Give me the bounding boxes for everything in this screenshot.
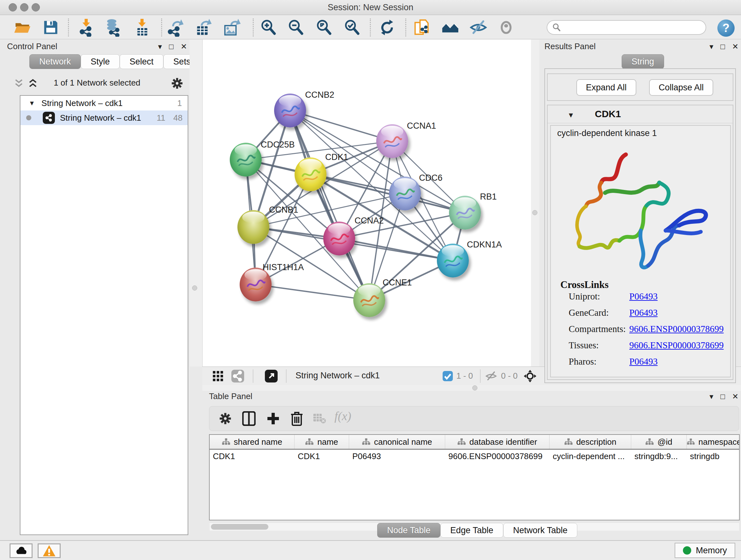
pharos-link[interactable]: P06493: [629, 356, 658, 367]
panel-close-icon[interactable]: ✕: [732, 43, 738, 51]
export-network-button[interactable]: [166, 17, 186, 37]
zoom-in-button[interactable]: [259, 17, 278, 37]
left-splitter-handle[interactable]: [192, 286, 197, 291]
table-cell[interactable]: cyclin-dependent ...: [549, 449, 631, 464]
network-node-CCNE1[interactable]: [353, 283, 385, 317]
network-collection-row[interactable]: ▼ String Network – cdk1 1: [20, 96, 188, 111]
panel-menu-icon[interactable]: ▾: [158, 43, 162, 51]
entry-collapse-icon[interactable]: ▼: [567, 111, 575, 119]
birdseye-icon[interactable]: [523, 369, 537, 383]
zoom-out-button[interactable]: [286, 17, 306, 37]
uniprot-link[interactable]: P06493: [629, 291, 658, 302]
network-canvas[interactable]: CCNB2CCNA1CDC25BCDK1CDC6RB1CCNB1CCNA2CDK…: [202, 40, 531, 367]
network-share-view-icon[interactable]: [231, 369, 245, 383]
help-button[interactable]: ?: [718, 19, 735, 37]
right-splitter[interactable]: [531, 40, 539, 385]
network-node-CCNA1[interactable]: [376, 124, 408, 158]
table-row[interactable]: CDK1CDK1P064939606.ENSP00000378699cyclin…: [210, 449, 739, 464]
column-header-description[interactable]: description: [549, 435, 631, 449]
network-row[interactable]: String Network – cdk1 11 48: [20, 111, 188, 125]
export-table-button[interactable]: [193, 17, 213, 37]
network-node-RB1[interactable]: [449, 196, 481, 230]
first-neighbors-button[interactable]: [441, 17, 460, 37]
network-node-CDK1[interactable]: [294, 158, 327, 191]
gene-entry-header[interactable]: ▼ CDK1: [548, 105, 733, 123]
tab-node-table[interactable]: Node Table: [377, 523, 441, 538]
collapse-all-button[interactable]: Collapse All: [649, 79, 713, 96]
visibility-button[interactable]: [496, 17, 516, 37]
tab-select[interactable]: Select: [120, 54, 163, 69]
memory-button[interactable]: Memory: [675, 543, 735, 558]
column-header-canonical-name[interactable]: canonical name: [349, 435, 445, 449]
clone-network-button[interactable]: [412, 17, 432, 37]
panel-float-icon[interactable]: □: [720, 43, 725, 51]
right-splitter-handle[interactable]: [532, 210, 537, 215]
hidden-eye-slash-icon[interactable]: [484, 369, 498, 383]
column-header-namespace[interactable]: namespace: [687, 435, 740, 449]
delete-trash-icon[interactable]: [288, 410, 306, 428]
detach-view-icon[interactable]: [265, 369, 278, 383]
column-header-shared-name[interactable]: shared name: [210, 435, 294, 449]
node-table[interactable]: shared namenamecanonical namedatabase id…: [209, 434, 740, 520]
tab-edge-table[interactable]: Edge Table: [441, 523, 503, 538]
tab-style[interactable]: Style: [81, 54, 120, 69]
bottom-splitter-handle[interactable]: [472, 385, 477, 390]
grid-view-icon[interactable]: [211, 369, 225, 383]
tab-string[interactable]: String: [622, 54, 664, 69]
table-cell[interactable]: stringdb: [687, 449, 740, 464]
network-node-CCNB1[interactable]: [238, 210, 269, 244]
panel-float-icon[interactable]: □: [169, 43, 174, 51]
left-splitter[interactable]: [190, 40, 202, 367]
expand-all-button[interactable]: Expand All: [576, 79, 636, 96]
function-builder-icon[interactable]: f(x): [334, 409, 351, 423]
bottom-splitter[interactable]: [202, 385, 741, 391]
network-node-CDKN1A[interactable]: [437, 244, 469, 277]
network-edge-HIST1H1A-CCNE1[interactable]: [256, 285, 369, 300]
tissues-link[interactable]: 9606.ENSP00000378699: [629, 340, 724, 351]
export-image-button[interactable]: [222, 17, 242, 37]
refresh-layout-button[interactable]: [377, 17, 397, 37]
panel-menu-icon[interactable]: ▾: [710, 43, 713, 51]
network-node-CCNB2[interactable]: [274, 94, 306, 127]
table-cell[interactable]: CDK1: [210, 449, 294, 464]
warning-button[interactable]: [38, 543, 61, 558]
panel-float-icon[interactable]: □: [720, 393, 725, 400]
panel-close-icon[interactable]: ✕: [181, 43, 187, 51]
panel-menu-icon[interactable]: ▾: [710, 393, 713, 400]
selected-checkbox-icon[interactable]: [441, 369, 455, 383]
delete-table-icon[interactable]: [311, 410, 329, 428]
network-options-gear-icon[interactable]: [171, 77, 184, 90]
panel-close-icon[interactable]: ✕: [732, 393, 738, 400]
search-input[interactable]: [561, 23, 698, 33]
network-node-CCNA2[interactable]: [323, 222, 355, 255]
column-header-database-identifier[interactable]: database identifier: [445, 435, 549, 449]
column-header--id[interactable]: @id: [631, 435, 687, 449]
network-node-HIST1H1A[interactable]: [240, 267, 272, 301]
table-hscrollbar-thumb[interactable]: [211, 524, 268, 530]
import-table-button[interactable]: [132, 17, 152, 37]
open-session-button[interactable]: [12, 17, 32, 37]
memory-status-dot: [683, 546, 691, 555]
table-cell[interactable]: stringdb:9...: [631, 449, 687, 464]
table-options-gear-icon[interactable]: [216, 410, 234, 428]
network-node-CDC25B[interactable]: [230, 143, 262, 177]
table-cell[interactable]: P06493: [349, 449, 445, 464]
import-network-button[interactable]: [77, 17, 96, 37]
network-node-CDC6[interactable]: [389, 177, 421, 210]
zoom-fit-button[interactable]: [314, 17, 334, 37]
show-hide-button[interactable]: [468, 17, 488, 37]
table-cell[interactable]: 9606.ENSP00000378699: [445, 449, 549, 464]
show-columns-icon[interactable]: [240, 410, 258, 428]
save-session-button[interactable]: [41, 17, 61, 37]
compartments-link[interactable]: 9606.ENSP00000378699: [629, 324, 724, 334]
collection-expand-icon[interactable]: ▼: [29, 100, 35, 107]
genecard-link[interactable]: P06493: [629, 307, 658, 318]
zoom-selected-button[interactable]: [342, 17, 362, 37]
add-function-plus-icon[interactable]: [264, 410, 282, 428]
column-header-name[interactable]: name: [294, 435, 349, 449]
cloud-button[interactable]: [10, 543, 32, 558]
tab-network[interactable]: Network: [29, 54, 81, 69]
import-database-button[interactable]: [103, 17, 123, 37]
tab-network-table[interactable]: Network Table: [503, 523, 578, 538]
table-cell[interactable]: CDK1: [294, 449, 349, 464]
